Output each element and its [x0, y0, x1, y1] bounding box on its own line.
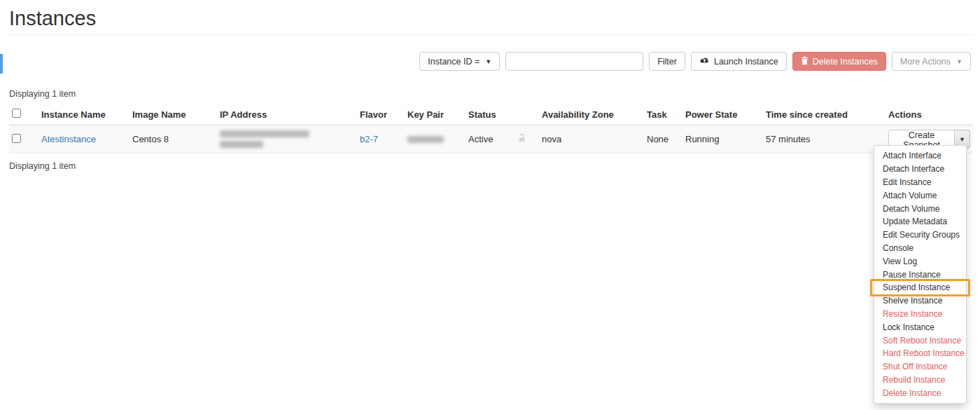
instance-name-link[interactable]: Atestinstance — [41, 134, 96, 144]
filter-field-dropdown[interactable]: Instance ID = ▼ — [419, 52, 500, 71]
menu-item-edit-instance[interactable]: Edit Instance — [874, 176, 966, 189]
redacted-ip-line-1 — [220, 130, 309, 137]
column-header-ip-address[interactable]: IP Address — [217, 104, 357, 125]
time-since-created-cell: 57 minutes — [763, 125, 886, 153]
displaying-count-top: Displaying 1 item — [9, 89, 980, 99]
left-accent-bar — [0, 54, 3, 74]
select-all-checkbox[interactable] — [12, 109, 21, 118]
table-row: Atestinstance Centos 8 b2-7 Active — [9, 125, 973, 153]
menu-item-suspend-instance[interactable]: Suspend Instance — [874, 281, 966, 294]
instances-page: Instances Instance ID = ▼ Filter Launch … — [0, 0, 980, 410]
delete-instances-button[interactable]: Delete Instances — [792, 52, 886, 71]
status-cell: Active — [465, 125, 539, 153]
column-header-power-state[interactable]: Power State — [682, 104, 763, 125]
menu-item-view-log[interactable]: View Log — [874, 254, 966, 268]
table-header-row: Instance Name Image Name IP Address Flav… — [9, 104, 973, 125]
flavor-link[interactable]: b2-7 — [360, 134, 378, 144]
page-title: Instances — [0, 0, 980, 30]
menu-item-console[interactable]: Console — [874, 242, 966, 255]
column-header-actions: Actions — [886, 104, 973, 125]
menu-item-edit-security-groups[interactable]: Edit Security Groups — [874, 228, 966, 242]
displaying-count-bottom: Displaying 1 item — [9, 161, 980, 171]
key-pair-cell — [405, 125, 465, 153]
column-header-flavor[interactable]: Flavor — [357, 104, 405, 125]
menu-item-attach-interface[interactable]: Attach Interface — [874, 149, 966, 163]
redacted-key-pair — [407, 136, 444, 143]
chevron-down-icon: ▼ — [485, 58, 491, 65]
chevron-down-icon: ▼ — [959, 136, 965, 143]
column-header-status[interactable]: Status — [465, 104, 539, 125]
column-header-image-name[interactable]: Image Name — [130, 104, 217, 125]
status-value: Active — [468, 134, 493, 144]
menu-item-pause-instance[interactable]: Pause Instance — [874, 268, 966, 281]
row-actions-menu: Attach InterfaceDetach InterfaceEdit Ins… — [874, 145, 967, 404]
availability-zone-cell: nova — [539, 125, 644, 153]
power-state-cell: Running — [682, 125, 763, 153]
toolbar: Instance ID = ▼ Filter Launch Instance D… — [0, 52, 971, 71]
filter-button[interactable]: Filter — [649, 52, 685, 71]
column-header-availability-zone[interactable]: Availability Zone — [539, 104, 644, 125]
image-name-cell: Centos 8 — [130, 125, 217, 153]
menu-item-attach-volume[interactable]: Attach Volume — [874, 189, 966, 202]
column-header-key-pair[interactable]: Key Pair — [405, 104, 465, 125]
menu-item-detach-volume[interactable]: Detach Volume — [874, 202, 966, 215]
menu-item-soft-reboot-instance[interactable]: Soft Reboot Instance — [874, 334, 966, 347]
menu-item-delete-instance[interactable]: Delete Instance — [874, 386, 966, 399]
cloud-upload-icon — [699, 57, 710, 67]
menu-item-shut-off-instance[interactable]: Shut Off Instance — [874, 360, 966, 374]
menu-item-update-metadata[interactable]: Update Metadata — [874, 215, 966, 228]
menu-item-detach-interface[interactable]: Detach Interface — [874, 163, 966, 176]
redacted-ip-line-2 — [220, 141, 263, 148]
launch-instance-button[interactable]: Launch Instance — [691, 52, 787, 71]
chevron-down-icon: ▼ — [956, 58, 962, 65]
unlock-icon — [517, 133, 526, 145]
trash-icon — [801, 56, 808, 67]
menu-item-rebuild-instance[interactable]: Rebuild Instance — [874, 374, 966, 387]
menu-item-resize-instance[interactable]: Resize Instance — [874, 308, 966, 321]
row-checkbox[interactable] — [12, 134, 21, 143]
column-header-instance-name[interactable]: Instance Name — [38, 104, 130, 125]
filter-field-label: Instance ID = — [428, 57, 479, 67]
column-header-task[interactable]: Task — [644, 104, 682, 125]
more-actions-button[interactable]: More Actions ▼ — [892, 52, 971, 71]
column-header-time-since-created[interactable]: Time since created — [763, 104, 886, 125]
instances-table: Instance Name Image Name IP Address Flav… — [9, 104, 973, 153]
title-divider — [7, 34, 973, 35]
task-cell: None — [644, 125, 682, 153]
search-input[interactable] — [505, 52, 643, 71]
ip-address-cell — [217, 125, 357, 153]
menu-item-shelve-instance[interactable]: Shelve Instance — [874, 294, 966, 308]
menu-item-lock-instance[interactable]: Lock Instance — [874, 320, 966, 334]
menu-item-hard-reboot-instance[interactable]: Hard Reboot Instance — [874, 347, 966, 360]
